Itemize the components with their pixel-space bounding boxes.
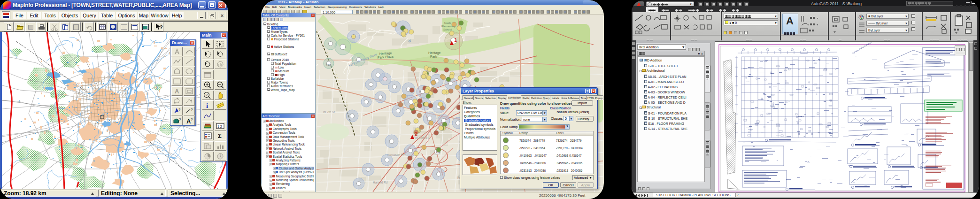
svg-text:2: 2	[415, 131, 417, 137]
svg-text:?: ?	[178, 107, 181, 112]
svg-text:Heritage: Heritage	[428, 51, 441, 55]
svg-text:i: i	[206, 102, 208, 109]
svg-text:?: ?	[160, 24, 163, 30]
svg-text:Park: Park	[430, 55, 437, 58]
svg-text:?: ?	[206, 93, 208, 97]
svg-text:TR9: TR9	[326, 64, 332, 67]
svg-text:?: ?	[191, 107, 193, 112]
svg-text:School: School	[443, 28, 452, 31]
svg-text:?: ?	[191, 117, 193, 122]
svg-text:1: 1	[454, 37, 457, 43]
svg-text:W 7th St: W 7th St	[323, 110, 335, 114]
svg-text:Harrold Rd: Harrold Rd	[373, 181, 388, 184]
svg-text:Σ: Σ	[218, 132, 222, 139]
svg-text:Nash: Nash	[444, 22, 451, 24]
svg-text:A: A	[175, 88, 179, 95]
svg-text:Elementary: Elementary	[441, 25, 455, 28]
svg-text:?: ?	[179, 117, 181, 122]
svg-text:1 2: 1 2	[217, 124, 222, 128]
